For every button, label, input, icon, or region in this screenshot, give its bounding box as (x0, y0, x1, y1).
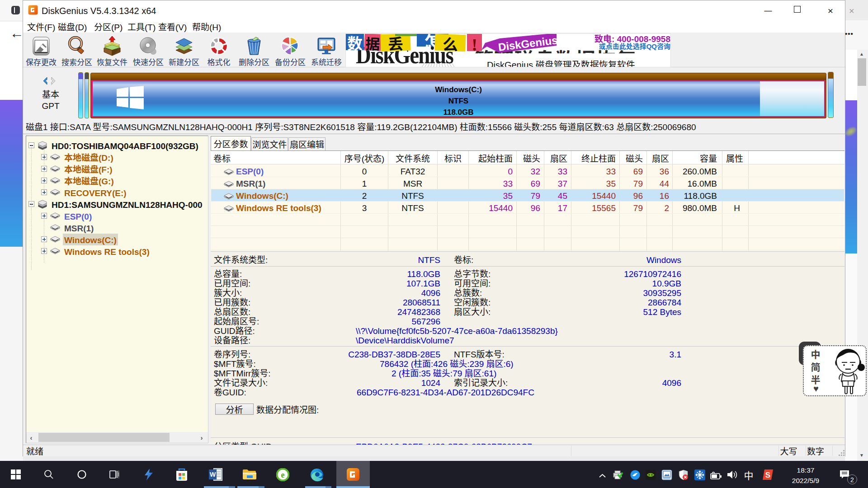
svg-text:W: W (210, 471, 216, 478)
svg-text:S: S (765, 471, 770, 479)
svg-text:e: e (281, 470, 285, 479)
